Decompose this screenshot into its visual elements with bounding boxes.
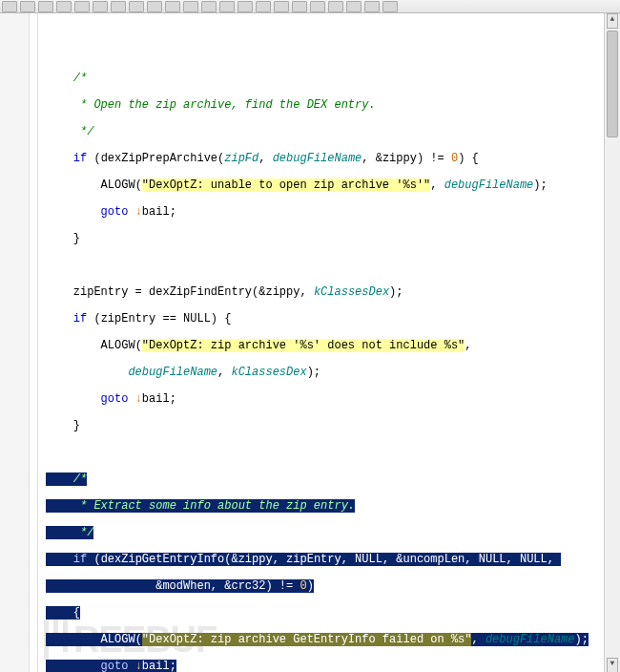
toolbar-button[interactable]	[219, 1, 235, 12]
scroll-down-icon[interactable]: ▼	[607, 658, 618, 672]
gutter	[0, 13, 30, 672]
toolbar-button[interactable]	[2, 1, 17, 12]
fold-strip	[30, 13, 38, 672]
toolbar-button[interactable]	[328, 1, 343, 12]
toolbar-button[interactable]	[165, 1, 180, 12]
toolbar-button[interactable]	[74, 1, 90, 12]
toolbar-button[interactable]	[292, 1, 307, 12]
toolbar-button[interactable]	[346, 1, 362, 12]
toolbar-button[interactable]	[38, 1, 53, 12]
toolbar-button[interactable]	[310, 1, 325, 12]
toolbar-button[interactable]	[256, 1, 271, 12]
toolbar-button[interactable]	[147, 1, 162, 12]
toolbar-button[interactable]	[183, 1, 198, 12]
code-content: /* * Open the zip archive, find the DEX …	[46, 58, 604, 672]
toolbar-button[interactable]	[238, 1, 253, 12]
editor-area: REEBUF /* * Open the zip archive, find t…	[0, 13, 620, 672]
scrollbar-vertical[interactable]: ▲ ▼	[604, 13, 620, 672]
toolbar-button[interactable]	[20, 1, 35, 12]
toolbar-button[interactable]	[201, 1, 217, 12]
code-view[interactable]: REEBUF /* * Open the zip archive, find t…	[38, 13, 604, 672]
toolbar-button[interactable]	[274, 1, 289, 12]
toolbar-button[interactable]	[111, 1, 126, 12]
selection: /*	[46, 472, 87, 486]
toolbar-button[interactable]	[93, 1, 108, 12]
toolbar-button[interactable]	[129, 1, 144, 12]
scroll-thumb[interactable]	[607, 31, 618, 137]
toolbar	[0, 0, 620, 13]
toolbar-button[interactable]	[56, 1, 72, 12]
toolbar-button[interactable]	[364, 1, 380, 12]
scroll-up-icon[interactable]: ▲	[607, 13, 618, 29]
toolbar-button[interactable]	[382, 1, 398, 12]
